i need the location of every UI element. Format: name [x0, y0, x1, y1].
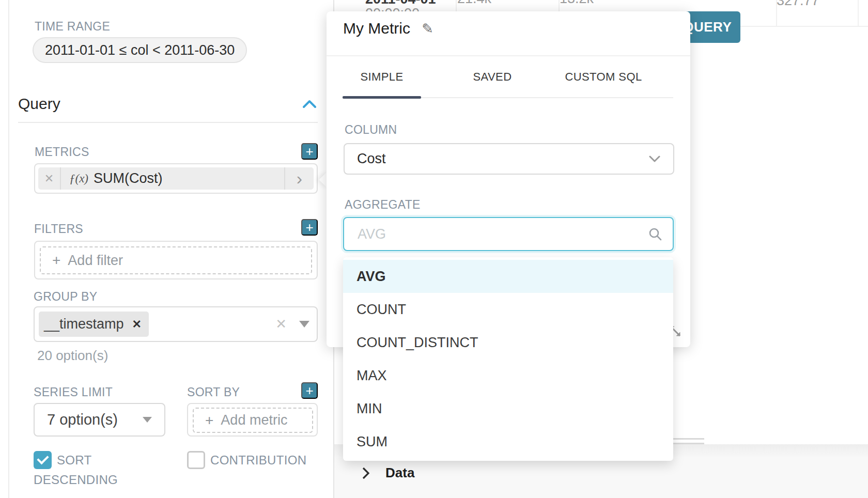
metrics-label: METRICS	[35, 145, 89, 159]
panel-drag-handle[interactable]	[673, 443, 704, 444]
add-filter-dropzone[interactable]: + Add filter	[40, 246, 312, 274]
tab-saved[interactable]: SAVED	[453, 70, 532, 84]
table-gridline	[858, 0, 859, 26]
panel-left-border	[8, 0, 9, 498]
aggregate-option[interactable]: SUM	[343, 425, 673, 458]
query-section-title: Query	[18, 95, 60, 113]
table-cell-value: 21.4k	[457, 0, 491, 7]
column-label: COLUMN	[345, 123, 397, 137]
table-gridline	[456, 0, 457, 11]
aggregate-option[interactable]: COUNT	[343, 293, 673, 326]
popover-title: My Metric ✎	[343, 20, 433, 37]
sort-by-label: SORT BY	[187, 385, 240, 399]
edit-pencil-icon[interactable]: ✎	[422, 21, 433, 37]
chevron-right-icon	[362, 466, 370, 480]
time-range-pill[interactable]: 2011-01-01 ≤ col < 2011-06-30	[33, 37, 247, 63]
metric-expand-icon[interactable]: ›	[284, 167, 314, 190]
group-by-select[interactable]: __timestamp ✕ ✕	[34, 306, 318, 342]
filters-label: FILTERS	[34, 222, 83, 236]
contribution-label: CONTRIBUTION	[210, 453, 306, 468]
aggregate-input-wrap	[343, 217, 674, 251]
table-cell-value: 13.2k	[560, 0, 594, 7]
table-cell-value: 327.77	[777, 0, 819, 9]
add-metric-button[interactable]: +	[301, 143, 318, 160]
aggregate-option[interactable]: MIN	[343, 392, 673, 425]
time-range-label: TIME RANGE	[35, 20, 110, 34]
chevron-down-icon	[143, 417, 152, 423]
column-value: Cost	[357, 151, 386, 167]
explore-screen: 2011-04-01 00:00:00 21.4k 13.2k 327.77 R…	[0, 0, 868, 498]
sort-descending-label-line2: DESCENDING	[34, 473, 118, 487]
section-separator	[18, 122, 318, 123]
check-icon	[37, 453, 49, 464]
clear-select-icon[interactable]: ✕	[275, 316, 287, 332]
group-by-tag[interactable]: __timestamp ✕	[39, 312, 149, 337]
aggregate-label: AGGREGATE	[345, 198, 421, 212]
metric-title-text: My Metric	[343, 20, 410, 37]
group-by-label: GROUP BY	[34, 290, 97, 304]
function-icon: ƒ(x)	[69, 172, 88, 185]
remove-tag-icon[interactable]: ✕	[132, 318, 142, 331]
data-panel-title: Data	[385, 465, 414, 481]
add-filter-placeholder: Add filter	[68, 253, 123, 269]
remove-metric-icon[interactable]: ✕	[38, 167, 61, 190]
chevron-down-icon[interactable]	[299, 321, 309, 328]
aggregate-option[interactable]: COUNT_DISTINCT	[343, 326, 673, 359]
series-limit-value: 7 option(s)	[47, 411, 118, 428]
add-filter-button[interactable]: +	[301, 219, 318, 236]
popover-header-separator	[327, 55, 690, 56]
tab-simple[interactable]: SIMPLE	[343, 70, 421, 84]
tab-custom-sql[interactable]: CUSTOM SQL	[554, 70, 653, 84]
metrics-field: ✕ ƒ(x) SUM(Cost) ›	[34, 163, 318, 194]
metric-pill[interactable]: ✕ ƒ(x) SUM(Cost) ›	[38, 167, 314, 190]
active-tab-indicator	[343, 96, 421, 99]
add-sort-metric-placeholder: Add metric	[221, 412, 287, 428]
aggregate-input[interactable]	[357, 226, 648, 243]
aggregate-option[interactable]: MAX	[343, 359, 673, 392]
plus-icon: +	[205, 413, 213, 428]
contribution-checkbox[interactable]	[187, 451, 205, 469]
series-limit-label: SERIES LIMIT	[34, 385, 113, 399]
column-select[interactable]: Cost	[344, 143, 674, 175]
table-gridline	[740, 26, 868, 27]
metric-name: SUM(Cost)	[94, 170, 163, 186]
panel-drag-handle[interactable]	[673, 438, 704, 440]
chevron-down-icon	[648, 155, 661, 163]
collapse-section-icon[interactable]	[302, 99, 317, 108]
group-by-tag-label: __timestamp	[44, 316, 124, 332]
series-limit-select[interactable]: 7 option(s)	[34, 403, 165, 437]
search-icon	[648, 227, 662, 241]
add-sort-metric-button[interactable]: +	[301, 382, 318, 399]
aggregate-options-dropdown: AVGCOUNTCOUNT_DISTINCTMAXMINSUM	[343, 257, 673, 461]
group-by-hint: 20 option(s)	[37, 348, 108, 364]
sort-descending-checkbox[interactable]	[34, 451, 52, 469]
sort-by-field: + Add metric	[187, 403, 318, 437]
plus-icon: +	[52, 253, 60, 268]
add-sort-metric-dropzone[interactable]: + Add metric	[193, 408, 313, 433]
data-panel-header[interactable]: Data	[362, 465, 414, 481]
filters-field: + Add filter	[34, 241, 318, 279]
aggregate-option[interactable]: AVG	[343, 260, 673, 293]
sort-descending-label-line1: SORT	[57, 453, 91, 468]
